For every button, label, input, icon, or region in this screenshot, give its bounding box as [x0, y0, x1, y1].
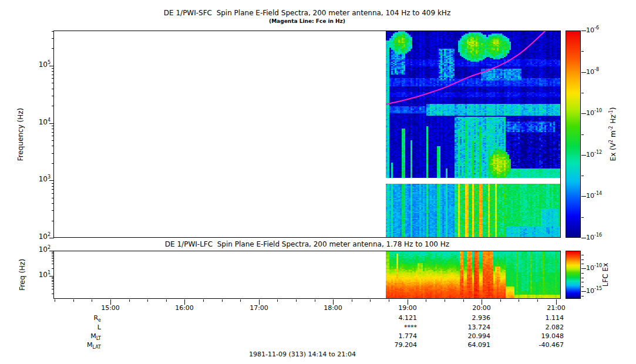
ephemeris-value: 2.936: [439, 314, 490, 322]
ephemeris-value: 2.082: [512, 323, 564, 331]
ephemeris-value: 4.121: [365, 314, 417, 322]
lfc-colorbar-canvas: [566, 251, 580, 298]
colorbar-tick-label: 10-6: [586, 26, 613, 34]
page-subtitle: (Magenta Line: Fce in Hz): [53, 18, 561, 24]
sfc-spectrogram-panel: [53, 31, 561, 238]
colorbar-tick-label: 10-10: [586, 264, 613, 272]
colorbar-tick-label: 10-12: [586, 150, 613, 159]
ephemeris-value: 20.994: [439, 332, 490, 340]
x-tick-label: 20:00: [472, 305, 491, 312]
sfc-colorbar-title: Ex (V2 m-2 Hz-1): [607, 31, 619, 238]
ephemeris-row-label: L: [56, 323, 101, 331]
ephemeris-row-label: MLAT: [56, 341, 101, 350]
page-title: DE 1/PWI-SFC Spin Plane E-Field Spectra,…: [53, 9, 561, 17]
ephemeris-value: 1.114: [512, 314, 564, 322]
ephemeris-value: 79.204: [365, 341, 417, 349]
colorbar-tick-label: 10-16: [586, 233, 613, 241]
ephemeris-value: 1.774: [365, 332, 417, 340]
spectrogram-page: DE 1/PWI-SFC Spin Plane E-Field Spectra,…: [0, 0, 636, 364]
ephemeris-row-label: MLT: [56, 332, 101, 341]
lfc-spectrogram-canvas: [54, 251, 560, 298]
date-range-footer: 1981-11-09 (313) 14:14 to 21:04: [0, 350, 605, 358]
ephemeris-value: -40.467: [512, 341, 564, 349]
lfc-spectrogram-panel: [53, 251, 561, 299]
colorbar-tick-label: 10-10: [586, 109, 613, 117]
x-tick-label: 19:00: [398, 305, 417, 312]
colorbar-tick-label: 10-15: [586, 287, 613, 295]
y-tick-label: 103: [22, 175, 51, 183]
y-tick-label: 104: [22, 118, 51, 126]
y-tick-label: 101: [22, 271, 51, 279]
x-tick-label: 16:00: [175, 305, 194, 312]
ephemeris-value: ****: [365, 323, 417, 331]
colorbar-tick-label: 10-8: [586, 68, 613, 76]
ephemeris-value: 13.724: [439, 323, 490, 331]
sfc-colorbar: [566, 31, 581, 238]
x-tick-label: 15:00: [101, 305, 120, 312]
colorbar-tick-label: 10-14: [586, 191, 613, 200]
x-tick-label: 21:00: [547, 305, 566, 312]
y-tick-label: 105: [22, 60, 51, 69]
y-tick-label: 102: [22, 232, 51, 241]
x-tick-label: 18:00: [324, 305, 342, 312]
sfc-spectrogram-canvas: [54, 31, 560, 237]
ephemeris-row-label: Re: [56, 314, 101, 323]
sfc-colorbar-canvas: [566, 31, 580, 237]
panel2-title: DE 1/PWI-LFC Spin Plane E-Field Spectra,…: [53, 240, 561, 248]
lfc-colorbar: [566, 251, 581, 299]
x-tick-label: 17:00: [250, 305, 268, 312]
ephemeris-value: 19.048: [512, 332, 564, 340]
ephemeris-value: 64.091: [439, 341, 490, 349]
y-tick-label: 102: [22, 245, 51, 254]
